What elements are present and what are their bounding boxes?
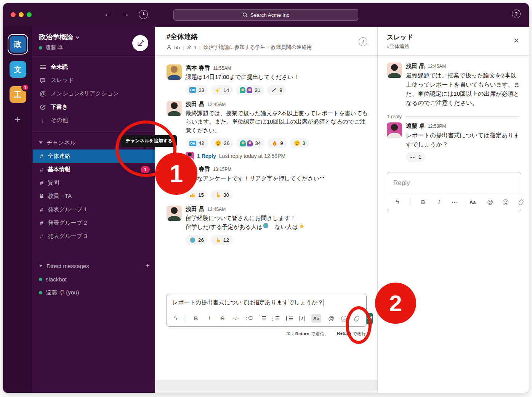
shortcuts-icon[interactable] [172, 315, 179, 322]
reaction-smile[interactable]: 26 [211, 138, 233, 148]
message-author[interactable]: 遠藤 卓 [406, 122, 425, 130]
channel-item-shitsumon[interactable]: # 質問 [33, 176, 155, 190]
message-composer[interactable]: レポートの提出書式については指定ありますでしょうか？ Aa [167, 294, 367, 327]
history-clock-icon[interactable] [139, 10, 148, 19]
composer-input[interactable]: レポートの提出書式については指定ありますでしょうか？ [167, 294, 366, 310]
help-icon[interactable]: ? [512, 10, 521, 18]
reaction-person-ok[interactable]: 34 [236, 138, 264, 148]
attach-icon[interactable] [518, 199, 524, 206]
fire-emoji-icon [271, 140, 278, 146]
reaction-eyes[interactable]: 1 [406, 152, 425, 162]
point-up-emoji-icon [215, 192, 221, 198]
italic-button[interactable] [436, 199, 442, 206]
message-author[interactable]: 浅田 晶 [186, 206, 204, 213]
reaction-person-ok[interactable]: 21 [236, 85, 264, 95]
channel-item-happyo-group-1[interactable]: # 発表グループ 1 [33, 203, 155, 216]
reaction-globe[interactable]: 26 [186, 235, 208, 245]
reaction-point-up[interactable]: 30 [211, 190, 233, 200]
avatar[interactable] [387, 63, 402, 78]
sidebar-item-drafts[interactable]: 下書き [33, 100, 155, 114]
avatar[interactable] [167, 101, 182, 116]
sidebar-item-threads[interactable]: スレッド [33, 74, 155, 87]
bold-button[interactable] [192, 315, 199, 322]
close-window-button[interactable] [11, 12, 16, 17]
mention-button[interactable] [487, 199, 494, 206]
workspace-name[interactable]: 政治学概論 [39, 32, 73, 42]
ordered-list-button[interactable] [259, 315, 266, 322]
collapse-triangle-icon [39, 141, 43, 144]
minimize-window-button[interactable] [19, 12, 24, 17]
avatar[interactable] [167, 64, 182, 80]
message-author[interactable]: 浅田 晶 [406, 63, 425, 70]
message-time[interactable]: 11:55AM [213, 66, 231, 71]
avatar[interactable] [387, 122, 402, 138]
message-time[interactable]: 12:45AM [207, 102, 226, 107]
reaction-ok[interactable]: OK23 [186, 85, 208, 95]
annotation-step-2: 2 [375, 283, 416, 324]
member-count[interactable]: 55 [174, 45, 180, 50]
message-author[interactable]: 浅田 晶 [186, 101, 204, 108]
message-time[interactable]: 12:45AM [428, 64, 446, 69]
point-up-emoji-icon [298, 222, 304, 229]
more-formatting-icon[interactable]: ··· [452, 199, 458, 206]
channel-item-happyo-group-2[interactable]: # 発表グループ 2 [33, 216, 155, 230]
last-reply-time: Last reply today at 12:58PM [219, 153, 285, 159]
reaction-row: 1 [406, 152, 520, 162]
format-toggle-button[interactable]: Aa [468, 198, 478, 206]
strikethrough-button[interactable] [219, 315, 226, 322]
link-button[interactable] [246, 315, 253, 322]
reaction-ok[interactable]: OK42 [186, 138, 208, 148]
reaction-smirk[interactable]: 3 [290, 138, 309, 148]
shortcuts-icon[interactable] [394, 199, 401, 206]
reaction-point-up[interactable]: 12 [211, 235, 233, 245]
message-author[interactable]: 宮本 春香 [186, 64, 210, 72]
history-back-button[interactable]: ← [102, 9, 114, 18]
code-button[interactable] [232, 315, 239, 322]
sidebar-item-all-unreads[interactable]: 全未読 [33, 60, 155, 74]
message-time[interactable]: 12:45AM [207, 207, 226, 212]
workspace-icon-3[interactable]: 工 1 [10, 86, 26, 103]
channel-topic[interactable]: 政治学概論に参加する学生・教職員間の連絡用 [204, 44, 312, 51]
add-workspace-button[interactable]: + [15, 114, 21, 125]
reaction-sparkles[interactable]: 14 [211, 85, 233, 95]
dm-item-self[interactable]: 遠藤 卓 (you) [33, 286, 155, 299]
search-input[interactable]: Search Acme Inc [173, 9, 358, 21]
italic-button[interactable] [206, 315, 213, 322]
pin-count[interactable]: 1 [194, 45, 197, 50]
message-time[interactable]: 12:58PM [428, 124, 446, 129]
thread-root-message: 浅田 晶 12:45AM 最終課題では、授業で扱った論文を2本以上使ってレポート… [378, 56, 529, 109]
message-time[interactable]: 13:15PM [213, 167, 231, 172]
reaction-fire[interactable]: 9 [268, 138, 287, 148]
dm-item-slackbot[interactable]: slackbot [33, 273, 155, 286]
mention-button[interactable] [328, 315, 335, 322]
workspace-initial: 政 [14, 39, 22, 50]
annotation-ring-send-button [346, 306, 372, 344]
info-icon[interactable] [359, 37, 367, 46]
emoji-button[interactable] [503, 199, 508, 205]
thread-reply-composer[interactable]: Reply ··· Aa [387, 172, 521, 211]
workspace-icon-2[interactable]: 文 [10, 61, 26, 78]
zoom-window-button[interactable] [27, 12, 32, 17]
close-icon[interactable] [513, 37, 520, 44]
thread-link[interactable]: 1 Reply Last reply today at 12:58PM [186, 152, 370, 160]
bold-button[interactable] [420, 199, 426, 206]
new-message-button[interactable] [132, 35, 148, 51]
code-block-button[interactable] [299, 316, 305, 321]
history-forward-button[interactable]: → [120, 9, 131, 18]
channel-title[interactable]: #全体連絡 [167, 32, 370, 41]
channel-item-kyoin-ta[interactable]: 教員・TA [33, 190, 155, 203]
format-toggle-button[interactable]: Aa [311, 314, 321, 323]
bullet-list-button[interactable] [272, 315, 279, 322]
dm-section-header[interactable]: Direct messages + [33, 259, 155, 273]
reply-count-link[interactable]: 1 Reply [197, 153, 216, 159]
reply-input[interactable]: Reply [387, 172, 521, 193]
add-dm-button[interactable]: + [146, 262, 150, 270]
sidebar-item-mentions[interactable]: メンション&リアクション [33, 87, 155, 100]
channel-item-happyo-group-3[interactable]: # 発表グループ 3 [33, 230, 155, 243]
workspace-icon-active[interactable]: 政 [10, 36, 26, 53]
reaction-pen[interactable]: 9 [267, 85, 286, 95]
avatar[interactable] [167, 206, 182, 221]
reaction-thumbs-up[interactable]: 15 [186, 190, 208, 200]
blockquote-button[interactable] [286, 315, 293, 322]
sidebar-item-label: メンション&リアクション [51, 90, 119, 97]
